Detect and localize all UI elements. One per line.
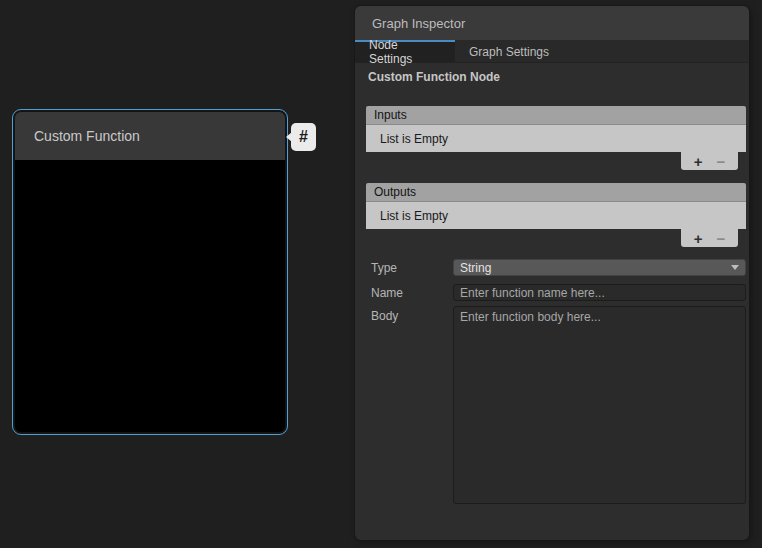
outputs-list-title: Outputs	[374, 185, 416, 199]
chevron-down-icon	[731, 265, 739, 270]
section-title: Custom Function Node	[368, 70, 500, 84]
tab-bar: Node Settings Graph Settings	[355, 40, 749, 63]
type-dropdown-value: String	[460, 261, 731, 275]
inputs-empty-label: List is Empty	[380, 132, 448, 146]
tab-node-settings[interactable]: Node Settings	[355, 40, 455, 62]
function-body-input[interactable]	[453, 306, 746, 504]
function-name-input[interactable]	[453, 284, 746, 301]
inputs-list-header[interactable]: Inputs	[366, 106, 746, 125]
node-body	[15, 160, 285, 432]
inputs-list-footer: + −	[681, 152, 738, 170]
node-settings-badge[interactable]: #	[291, 123, 316, 151]
add-output-button[interactable]: +	[694, 231, 703, 246]
name-label: Name	[371, 286, 403, 300]
inputs-list-empty-row: List is Empty	[366, 125, 746, 152]
type-dropdown[interactable]: String	[453, 259, 746, 276]
badge-tail	[286, 132, 292, 142]
outputs-list-empty-row: List is Empty	[366, 202, 746, 229]
outputs-empty-label: List is Empty	[380, 209, 448, 223]
panel-title: Graph Inspector	[372, 16, 465, 31]
tab-graph-settings[interactable]: Graph Settings	[455, 40, 563, 62]
type-label: Type	[371, 261, 397, 275]
node-header[interactable]: Custom Function	[15, 112, 285, 160]
outputs-list-header[interactable]: Outputs	[366, 183, 746, 202]
node-title: Custom Function	[34, 128, 140, 144]
outputs-list-footer: + −	[681, 229, 738, 247]
remove-output-button[interactable]: −	[717, 231, 726, 246]
graph-inspector-panel: Graph Inspector Node Settings Graph Sett…	[355, 6, 749, 540]
remove-input-button[interactable]: −	[717, 154, 726, 169]
outputs-list: Outputs List is Empty + −	[366, 183, 746, 229]
inputs-list-title: Inputs	[374, 108, 407, 122]
node-frame: Custom Function	[15, 112, 285, 432]
panel-titlebar[interactable]: Graph Inspector	[355, 6, 749, 40]
inputs-list: Inputs List is Empty + −	[366, 106, 746, 152]
add-input-button[interactable]: +	[694, 154, 703, 169]
custom-function-node[interactable]: Custom Function	[12, 109, 288, 435]
body-label: Body	[371, 309, 398, 323]
hash-icon: #	[299, 129, 308, 145]
shader-graph-canvas[interactable]: Custom Function # Graph Inspector Node S…	[0, 0, 762, 548]
